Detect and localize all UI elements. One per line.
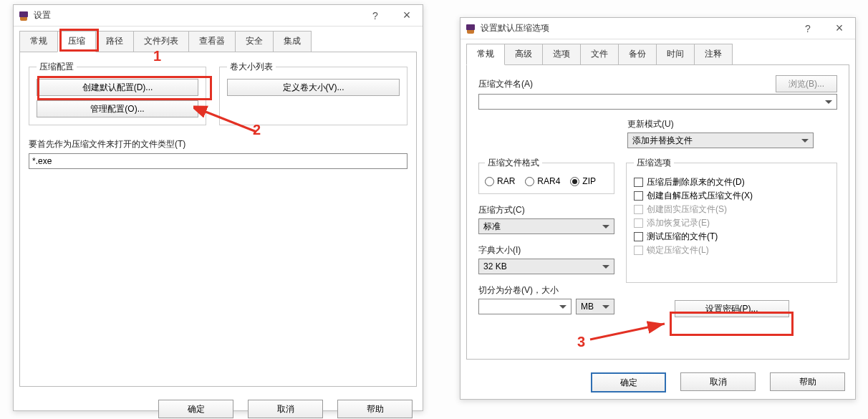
update-mode-select[interactable]: 添加并替换文件 (627, 133, 814, 148)
general-panel: 压缩文件名(A) 浏览(B)... 更新模式(U) 添加并替换文件 压缩文件格式 (466, 64, 849, 360)
window-title: 设置默认压缩选项 (481, 22, 792, 34)
chevron-down-icon (602, 225, 609, 228)
format-rar-radio[interactable]: RAR (485, 176, 515, 186)
arrow-icon-3 (587, 318, 673, 344)
help-button[interactable]: 帮助 (770, 372, 845, 391)
svg-line-0 (202, 110, 256, 132)
tab-security[interactable]: 安全 (235, 31, 274, 52)
split-unit-value: MB (581, 302, 594, 312)
compression-options-group: 压缩选项 压缩后删除原来的文件(D) 创建自解压格式压缩文件(X) 创建固实压缩… (626, 157, 837, 283)
archive-format-legend: 压缩文件格式 (485, 157, 542, 169)
format-rar4-radio[interactable]: RAR4 (525, 176, 560, 186)
manage-profiles-button[interactable]: 管理配置(O)... (37, 100, 198, 117)
chevron-down-icon (801, 139, 809, 143)
set-password-button[interactable]: 设置密码(P)... (675, 300, 789, 317)
create-default-profile-button[interactable]: 创建默认配置(D)... (37, 79, 198, 96)
method-label: 压缩方式(C) (478, 204, 614, 216)
chevron-down-icon (602, 265, 609, 269)
volume-list-legend: 卷大小列表 (227, 61, 276, 73)
tab-compression[interactable]: 压缩 (57, 31, 96, 52)
window-title: 设置 (34, 9, 360, 21)
tab-general[interactable]: 常规 (19, 31, 58, 52)
tab-comment[interactable]: 注释 (694, 44, 733, 64)
chevron-down-icon (602, 305, 609, 309)
help-button[interactable]: 帮助 (337, 400, 413, 418)
tab-time[interactable]: 时间 (656, 44, 695, 64)
opt-test[interactable]: 测试压缩的文件(T) (634, 231, 829, 243)
update-mode-value: 添加并替换文件 (632, 135, 693, 147)
archive-format-group: 压缩文件格式 RAR RAR4 ZIP (478, 157, 614, 194)
dict-select[interactable]: 32 KB (478, 259, 614, 274)
archive-name-label: 压缩文件名(A) (478, 78, 770, 90)
compression-profile-legend: 压缩配置 (37, 61, 77, 73)
archive-name-combo[interactable] (478, 94, 837, 110)
opt-recovery: 添加恢复记录(E) (634, 217, 829, 229)
update-mode-label: 更新模式(U) (627, 118, 837, 130)
titlebar: 设置 ? × (14, 5, 423, 27)
split-size-combo[interactable] (478, 299, 572, 314)
ok-button[interactable]: 确定 (591, 372, 666, 392)
cancel-button[interactable]: 取消 (680, 372, 756, 391)
tab-viewer[interactable]: 查看器 (188, 31, 236, 52)
opt-sfx[interactable]: 创建自解压格式压缩文件(X) (634, 190, 829, 202)
define-volumes-button[interactable]: 定义卷大小(V)... (227, 79, 400, 96)
format-zip-radio[interactable]: ZIP (570, 176, 596, 186)
chevron-down-icon (825, 100, 832, 104)
cancel-button[interactable]: 取消 (248, 400, 323, 418)
settings-tabs: 常规 压缩 路径 文件列表 查看器 安全 集成 (14, 27, 423, 52)
method-select[interactable]: 标准 (478, 218, 614, 234)
browse-button[interactable]: 浏览(B)... (776, 75, 837, 92)
tab-integration[interactable]: 集成 (273, 31, 312, 52)
settings-window: 设置 ? × 常规 压缩 路径 文件列表 查看器 安全 集成 压缩配置 创建默认… (13, 4, 423, 411)
annotation-number-1: 1 (153, 48, 161, 64)
svg-line-1 (590, 324, 665, 339)
help-icon[interactable]: ? (792, 18, 824, 39)
annotation-number-3: 3 (577, 334, 585, 350)
ok-button[interactable]: 确定 (158, 400, 233, 418)
opt-delete-after[interactable]: 压缩后删除原来的文件(D) (634, 176, 829, 188)
help-icon[interactable]: ? (360, 5, 391, 27)
compression-options-tabs: 常规 高级 选项 文件 备份 时间 注释 (460, 39, 855, 64)
annotation-number-2: 2 (253, 122, 261, 138)
tab-advanced[interactable]: 高级 (504, 44, 543, 64)
opt-lock: 锁定压缩文件(L) (634, 244, 829, 256)
close-icon[interactable]: × (391, 5, 423, 27)
compression-options-legend: 压缩选项 (634, 157, 674, 169)
split-unit-select[interactable]: MB (576, 299, 614, 314)
open-as-archive-input[interactable] (29, 153, 408, 169)
split-label: 切分为分卷(V)，大小 (478, 284, 614, 297)
app-icon (465, 23, 476, 34)
dialog-buttons: 确定 取消 帮助 (14, 392, 423, 419)
chevron-down-icon (559, 305, 566, 309)
opt-solid: 创建固实压缩文件(S) (634, 203, 829, 216)
tab-paths[interactable]: 路径 (95, 31, 134, 52)
tab-general[interactable]: 常规 (466, 44, 505, 65)
tab-options[interactable]: 选项 (542, 44, 581, 64)
dict-value: 32 KB (483, 261, 507, 271)
method-value: 标准 (483, 221, 501, 233)
dialog-buttons: 确定 取消 帮助 (460, 365, 855, 403)
compression-profile-group: 压缩配置 创建默认配置(D)... 管理配置(O)... (29, 61, 206, 125)
app-icon (18, 10, 29, 21)
close-icon[interactable]: × (824, 18, 855, 39)
titlebar: 设置默认压缩选项 ? × (460, 18, 855, 39)
tab-files[interactable]: 文件 (580, 44, 619, 64)
dict-label: 字典大小(I) (478, 244, 614, 256)
tab-backup[interactable]: 备份 (618, 44, 657, 64)
